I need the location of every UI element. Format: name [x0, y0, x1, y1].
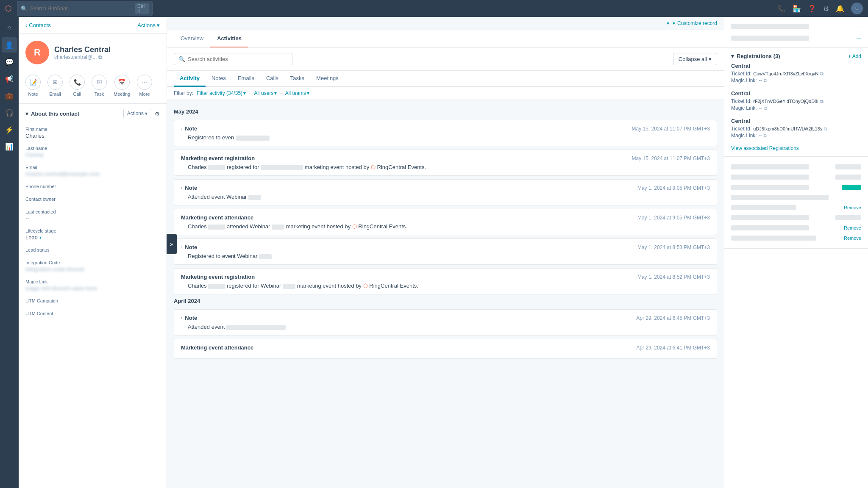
note3-expand-icon[interactable]: › [181, 245, 182, 250]
note1-expand-icon[interactable]: › [181, 126, 182, 131]
about-contact-header[interactable]: ▾ About this contact Actions ▾ ⚙ [19, 104, 167, 123]
activity-card-note3: › Note May 1, 2024 at 8:53 PM GMT+3 Regi… [174, 238, 717, 265]
blurred-action-link-2[interactable]: Remove [844, 225, 861, 230]
activity-card-mkt1: Marketing event registration May 15, 202… [174, 150, 717, 176]
collapse-all-button[interactable]: Collapse all ▾ [673, 53, 717, 65]
field-utm-campaign: UTM Campaign [19, 295, 167, 308]
registrations-add-button[interactable]: + Add [848, 53, 861, 59]
reg2-ticket-id: Ticket Id: rF2jXTnVDGeYidTOnyOjQoD8i ⧉ [731, 98, 861, 104]
field-lifecycle-stage: Lifecycle stage Lead ▾ [19, 225, 167, 244]
filter-by-label: Filter by: [174, 90, 193, 96]
filter-activity-pill[interactable]: Filter activity (34/35) ▾ [197, 90, 246, 96]
reg1-copy-ticket-icon[interactable]: ⧉ [820, 71, 823, 77]
blurred-row-label-1 [731, 24, 809, 29]
blurred-action-link-3[interactable]: Remove [844, 236, 861, 241]
nav-service[interactable]: 🎧 [2, 105, 17, 120]
blurred-row-action-1[interactable]: — [857, 24, 861, 29]
reg1-ticket-id: Ticket Id: CuwVTqc4JrufXR3yZLv0XrqyN ⧉ [731, 71, 861, 77]
phone-icon[interactable]: 📞 [777, 5, 786, 13]
blurred-row-7 [731, 213, 861, 223]
about-contact-actions: Actions ▾ ⚙ [123, 109, 160, 118]
call-action-button[interactable]: 📞 Call [70, 75, 85, 97]
mka1-title: Marketing event attendance [181, 214, 253, 221]
tab-overview[interactable]: Overview [174, 30, 210, 47]
mkt2-time: May 1, 2024 at 8:52 PM GMT+3 [637, 274, 710, 280]
note4-expand-icon[interactable]: › [181, 316, 182, 320]
sub-tab-emails[interactable]: Emails [232, 71, 260, 87]
field-email: Email charles.central@example.com [19, 161, 167, 180]
actions-caret: ▾ [145, 111, 147, 116]
filter-users-pill[interactable]: All users ▾ [254, 90, 277, 96]
registration-1: Central Ticket Id: CuwVTqc4JrufXR3yZLv0X… [731, 63, 861, 83]
search-activities-input[interactable] [188, 56, 288, 62]
blurred-action-link[interactable]: Remove [844, 205, 861, 210]
sidebar-expand-button[interactable]: » [167, 234, 177, 254]
filter-teams-pill[interactable]: All teams ▾ [285, 90, 309, 96]
reg3-copy-magic-icon[interactable]: ⧉ [764, 133, 767, 139]
reg1-copy-magic-icon[interactable]: ⧉ [764, 78, 767, 83]
reg2-copy-ticket-icon[interactable]: ⧉ [820, 99, 823, 104]
nav-conversations[interactable]: 💬 [2, 54, 17, 69]
nav-marketing[interactable]: 📢 [2, 71, 17, 86]
registrations-collapse-icon[interactable]: ▾ [731, 53, 734, 59]
right-panel-additional-blurred: Remove Remove Remove [724, 157, 868, 249]
email-label: Email [49, 92, 61, 97]
month-header-may-2024: May 2024 [174, 108, 717, 115]
registrations-title: ▾ Registrations (3) [731, 53, 780, 59]
mka2-title: Marketing event attendance [181, 344, 253, 351]
nav-home[interactable]: ⌂ [2, 20, 17, 36]
mkt1-title: Marketing event registration [181, 155, 255, 161]
nav-contacts[interactable]: 👤 [2, 37, 17, 53]
note2-expand-icon[interactable]: › [181, 186, 182, 190]
tab-activities[interactable]: Activities [210, 30, 248, 47]
copy-email-icon[interactable]: ⧉ [98, 54, 102, 60]
task-action-button[interactable]: ☑ Task [92, 75, 107, 97]
blurred-row-action-2[interactable]: — [857, 36, 861, 41]
sub-tab-calls[interactable]: Calls [260, 71, 284, 87]
registrations-section: ▾ Registrations (3) + Add Central Ticket… [724, 48, 868, 157]
sub-tab-meetings[interactable]: Meetings [310, 71, 345, 87]
sub-tab-tasks[interactable]: Tasks [284, 71, 310, 87]
nav-reports[interactable]: 📊 [2, 139, 17, 154]
mkt2-title: Marketing event registration [181, 274, 255, 280]
search-icon: 🔍 [21, 6, 28, 12]
sub-tab-notes[interactable]: Notes [206, 71, 232, 87]
contact-actions-dropdown[interactable]: Actions ▾ [137, 22, 160, 28]
customize-record-button[interactable]: ✦ ✦ Customize record [666, 20, 717, 26]
help-icon[interactable]: ❓ [808, 5, 816, 13]
activity-sub-tab-bar: Activity Notes Emails Calls Tasks Meetin… [167, 71, 724, 87]
meeting-action-button[interactable]: 📅 Meeting [114, 75, 130, 97]
reg3-name: Central [731, 118, 861, 124]
contacts-breadcrumb-link[interactable]: ‹ Contacts [25, 22, 51, 28]
nav-automation[interactable]: ⚡ [2, 122, 17, 137]
activity-card-note2: › Note May 1, 2024 at 9:05 PM GMT+3 Atte… [174, 179, 717, 205]
note4-time: Apr 29, 2024 at 6:45 PM GMT+3 [636, 315, 710, 321]
notifications-icon[interactable]: 🔔 [836, 5, 844, 13]
view-associated-registrations-link[interactable]: View associated Registrations [731, 145, 861, 151]
field-last-name: Last name Central [19, 142, 167, 161]
reg3-ticket-id: Ticket Id: uDJ5fxpm8bD0fmUHWLW2fL13s ⧉ [731, 126, 861, 132]
registration-2: Central Ticket Id: rF2jXTnVDGeYidTOnyOjQ… [731, 90, 861, 111]
left-icon-nav: ⌂ 👤 💬 📢 💼 🎧 ⚡ 📊 [0, 17, 19, 488]
reg3-copy-ticket-icon[interactable]: ⧉ [824, 126, 827, 132]
global-search-input[interactable] [30, 6, 133, 11]
user-avatar[interactable]: U [851, 3, 863, 14]
global-search-bar[interactable]: 🔍 Ctrl K [17, 1, 153, 16]
field-utm-content: UTM Content [19, 308, 167, 320]
reg2-copy-magic-icon[interactable]: ⧉ [764, 105, 767, 111]
right-panel: — — ▾ Registrations (3) + Add Central Ti… [724, 17, 868, 488]
nav-sales[interactable]: 💼 [2, 88, 17, 103]
contact-email-preview: charles.central@... ⧉ [54, 54, 111, 60]
note-action-button[interactable]: 📝 Note [25, 75, 41, 97]
sub-tab-activity[interactable]: Activity [174, 71, 206, 87]
about-actions-button[interactable]: Actions ▾ [123, 109, 151, 118]
marketplace-icon[interactable]: 🏪 [793, 5, 801, 13]
note4-body: Attended event [181, 324, 710, 330]
about-settings-icon[interactable]: ⚙ [155, 111, 160, 117]
email-action-button[interactable]: ✉ Email [47, 75, 63, 97]
blurred-row-6: Remove [731, 202, 861, 213]
contact-sidebar: ‹ Contacts Actions ▾ R Charles Central c… [19, 17, 167, 488]
activities-topbar: ✦ ✦ Customize record [167, 17, 724, 30]
more-action-button[interactable]: ··· More [137, 75, 152, 97]
settings-icon[interactable]: ⚙ [823, 5, 829, 13]
